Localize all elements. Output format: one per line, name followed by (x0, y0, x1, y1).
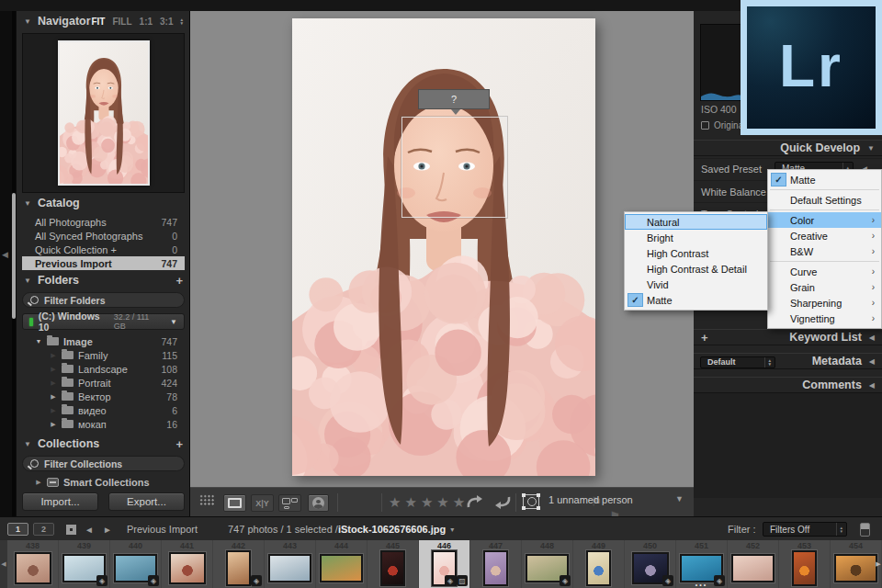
zoom-1to1-button[interactable]: 1:1 (140, 17, 153, 27)
grid-view-button[interactable] (199, 494, 215, 506)
collections-header[interactable]: ▼ Collections + (17, 435, 190, 452)
drive-row[interactable]: (C:) Windows 10 32.2 / 111 GB ▼ (22, 313, 185, 330)
catalog-item-previous-import[interactable]: Previous Import747 (22, 256, 185, 270)
filmstrip-thumb-440[interactable]: 440◈ (110, 540, 162, 588)
thumb-image[interactable] (169, 552, 206, 584)
filter-select[interactable]: Filters Off ▴▾ (763, 522, 847, 537)
main-photo[interactable]: ? (292, 18, 595, 476)
folder-item-landscape[interactable]: ▶Landscape108 (22, 362, 185, 376)
catalog-header[interactable]: ▼ Catalog (17, 195, 190, 211)
star-rating[interactable]: ★★★★★ (389, 494, 469, 511)
filmstrip-thumb-438[interactable]: 438 (7, 540, 59, 588)
source-menu-caret[interactable]: ▾ (450, 526, 454, 534)
star-icon[interactable]: ★ (421, 494, 436, 511)
keyword-badge-icon[interactable]: ◈ (445, 575, 456, 586)
rotate-right-button[interactable] (492, 494, 512, 510)
survey-view-button[interactable] (278, 494, 301, 512)
edit-badge-icon[interactable]: ▨ (457, 575, 468, 586)
comments-header[interactable]: Comments ◀ (694, 377, 882, 393)
filter-folders-input[interactable]: Filter Folders (22, 292, 185, 308)
previous-photo-arrow[interactable]: ◄ (85, 517, 94, 541)
navigator-thumbnail[interactable] (58, 40, 150, 186)
filmstrip-thumb-450[interactable]: 450◈ (625, 540, 676, 588)
star-icon[interactable]: ★ (436, 494, 452, 511)
zoom-fill-button[interactable]: FILL (112, 17, 131, 27)
thumb-image[interactable] (586, 550, 611, 586)
preset-menu-item-sharpening[interactable]: Sharpening› (768, 295, 881, 311)
preset-menu-item-grain[interactable]: Grain› (768, 279, 881, 295)
zoom-3to1-button[interactable]: 3:1 (160, 17, 173, 27)
expander-icon[interactable]: ▶ (35, 479, 42, 486)
selection-info[interactable]: 747 photos / 1 selected / iStock-1062676… (228, 517, 454, 541)
people-view-button[interactable] (308, 494, 329, 512)
rotate-left-button[interactable] (466, 494, 486, 510)
folder-item-видео[interactable]: ▶видео6 (22, 403, 185, 417)
color-submenu-item-vivid[interactable]: Vivid (625, 277, 767, 292)
keyword-badge-icon[interactable]: ◈ (148, 575, 159, 586)
add-collection-icon[interactable]: + (175, 437, 183, 451)
compare-view-button[interactable]: X|Y (251, 494, 274, 512)
thumb-image[interactable] (15, 552, 51, 584)
filmstrip-thumb-443[interactable]: 443 (265, 540, 316, 588)
catalog-item-quick-collection[interactable]: Quick Collection +0 (22, 243, 185, 256)
color-submenu-item-natural[interactable]: Natural (625, 214, 767, 230)
filmstrip-thumb-445[interactable]: 445 (368, 540, 419, 588)
metadata-preset-select[interactable]: Default ▴▾ (700, 356, 775, 368)
filmstrip-thumb-439[interactable]: 439◈ (59, 540, 110, 588)
grid-view-shortcut-icon[interactable] (66, 525, 76, 535)
filmstrip-thumb-453[interactable]: 453 (779, 540, 831, 588)
expander-icon[interactable]: ▼ (35, 338, 42, 345)
filter-toggle-icon[interactable] (860, 523, 870, 537)
filmstrip-scroll-left[interactable]: ◀ (0, 540, 7, 588)
expander-icon[interactable]: ▶ (50, 379, 57, 387)
thumb-image[interactable] (380, 550, 405, 586)
filmstrip-thumb-447[interactable]: 447 (470, 540, 522, 588)
left-panel-scrollbar-thumb[interactable] (12, 193, 16, 319)
quick-develop-header[interactable]: Quick Develop ▼ (694, 140, 882, 156)
expander-icon[interactable]: ▶ (50, 421, 57, 428)
catalog-item-all-photographs[interactable]: All Photographs747 (22, 215, 185, 229)
star-icon[interactable]: ★ (404, 494, 420, 511)
monitor-1-button[interactable]: 1 (7, 523, 28, 536)
filmstrip-thumb-446[interactable]: 446◈▨ (419, 540, 470, 588)
thumb-image[interactable] (320, 554, 363, 582)
histogram-panel[interactable] (700, 24, 742, 101)
preset-menu-item-matte[interactable]: ✓Matte (768, 172, 881, 187)
keyword-badge-icon[interactable]: ◈ (251, 575, 262, 586)
zoom-fit-button[interactable]: FIT (91, 17, 105, 27)
filmstrip-thumb-449[interactable]: 449 (573, 540, 625, 588)
original-photo-row[interactable]: Origina (701, 120, 741, 130)
catalog-item-all-synced-photographs[interactable]: All Synced Photographs0 (22, 229, 185, 243)
filter-collections-input[interactable]: Filter Collections (22, 456, 185, 471)
zoom-spinner-icon[interactable]: ▴▾ (180, 17, 183, 25)
expander-icon[interactable]: ▶ (50, 366, 57, 373)
expander-icon[interactable]: ▶ (50, 393, 57, 401)
import-button[interactable]: Import... (22, 492, 98, 511)
filmstrip-thumb-442[interactable]: 442◈ (213, 540, 265, 588)
keyword-badge-icon[interactable]: ◈ (560, 575, 571, 586)
face-region-button[interactable] (523, 494, 539, 509)
preset-menu-item-b-w[interactable]: B&W› (768, 243, 881, 259)
keyword-list-header[interactable]: + Keyword List ◀ (694, 329, 882, 345)
color-submenu-item-bright[interactable]: Bright (625, 230, 767, 245)
thumb-image[interactable] (268, 554, 311, 582)
color-submenu-item-high-contrast-detail[interactable]: High Contrast & Detail (625, 261, 767, 277)
filmstrip-thumb-444[interactable]: 444 (316, 540, 368, 588)
thumb-image[interactable] (792, 550, 817, 586)
smart-collections-row[interactable]: ▶ Smart Collections (22, 475, 185, 489)
preset-menu-item-default-settings[interactable]: Default Settings (768, 192, 881, 208)
filmstrip-scroll-right[interactable]: ▶ (875, 540, 882, 588)
filmstrip-thumb-451[interactable]: 451◈••• (676, 540, 728, 588)
loupe-view-button[interactable] (223, 494, 246, 512)
next-photo-arrow[interactable]: ► (103, 517, 112, 541)
preset-menu-item-curve[interactable]: Curve› (768, 264, 881, 279)
preset-menu-item-color[interactable]: Color› (768, 212, 881, 228)
drive-collapse-icon[interactable]: ▼ (170, 318, 177, 326)
folder-item-image[interactable]: ▼Image747 (22, 334, 185, 348)
star-icon[interactable]: ★ (389, 494, 404, 511)
filmstrip-thumb-441[interactable]: 441 (162, 540, 213, 588)
checkbox-icon[interactable] (701, 121, 709, 130)
folder-item-family[interactable]: ▶Family115 (22, 348, 185, 362)
preset-menu-item-vignetting[interactable]: Vignetting› (768, 311, 881, 326)
thumb-image[interactable] (834, 554, 877, 582)
